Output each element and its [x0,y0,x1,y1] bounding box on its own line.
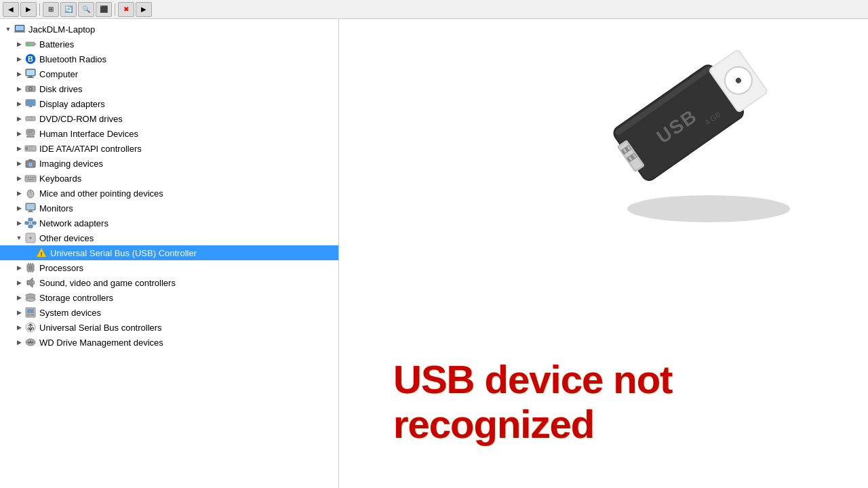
svg-rect-50 [25,222,28,224]
svg-rect-17 [29,106,32,107]
expand-wd-icon: ▶ [14,337,24,348]
separator-2 [115,3,115,16]
tree-item-usb-controller[interactable]: ! Universal Serial Bus (USB) Controller [0,245,338,260]
imaging-label: Imaging devices [39,159,103,169]
right-panel: USB 4 GB [339,19,868,488]
usb-image: USB 4 GB [583,26,814,236]
svg-text:!: ! [41,251,43,258]
svg-rect-49 [28,225,33,228]
wd-label: WD Drive Management devices [39,338,163,348]
svg-rect-43 [28,192,31,195]
tree-item-imaging[interactable]: ▶ Imaging devices [0,156,338,171]
tree-item-other[interactable]: ▼ Other devices [0,230,338,245]
expand-processors-icon: ▶ [14,262,24,273]
device-tree-panel: ▼ JackDLM-Laptop ▶ Batteries ▶ B Bluetoo… [0,19,339,488]
update-driver-button[interactable]: 🔄 [60,2,77,17]
imaging-icon [24,157,37,169]
back-button[interactable]: ◀ [3,2,19,17]
processors-label: Processors [39,263,83,273]
tree-item-batteries[interactable]: ▶ Batteries [0,37,338,52]
expand-mice-icon: ▶ [14,188,24,199]
svg-rect-72 [27,309,34,313]
tree-item-keyboards[interactable]: ▶ Keyboards [0,171,338,186]
tree-item-system[interactable]: ▶ System devices [0,305,338,320]
svg-rect-38 [32,177,33,178]
svg-rect-22 [28,131,33,131]
toolbar: ◀ ▶ ⊞ 🔄 🔍 ⬛ ✖ ▶ [0,0,868,19]
expand-usb-controller-icon [24,247,35,258]
keyboards-label: Keyboards [39,174,81,184]
tree-item-network[interactable]: ▶ Network adapters [0,216,338,230]
tree-item-sound[interactable]: ▶ Sound, video and game controllers [0,275,338,290]
expand-sound-icon: ▶ [14,277,24,288]
expand-storage-icon: ▶ [14,292,24,303]
svg-point-79 [627,195,790,222]
svg-point-70 [26,298,35,302]
expand-monitors-icon: ▶ [14,203,24,214]
svg-rect-16 [26,100,35,105]
uninstall-button[interactable]: ✖ [118,2,134,17]
tree-item-mice[interactable]: ▶ Mice and other pointing devices [0,186,338,201]
tree-item-dvd[interactable]: ▶ DVD/CD-ROM drives [0,111,338,126]
disable-button[interactable]: ⬛ [96,2,112,17]
expand-computer-icon: ▶ [14,68,24,79]
tree-item-hid[interactable]: ▶ Human Interface Devices [0,126,338,141]
tree-item-processors[interactable]: ▶ Processors [0,260,338,275]
svg-rect-11 [27,77,34,78]
svg-point-19 [29,117,32,120]
display-icon [24,98,37,110]
expand-hid-icon: ▶ [14,128,24,139]
svg-point-33 [30,164,32,166]
ide-label: IDE ATA/ATAPI controllers [39,144,142,154]
svg-point-14 [30,88,31,89]
svg-rect-20 [32,118,34,119]
scan-button[interactable]: 🔍 [78,2,94,17]
expand-dvd-icon: ▶ [14,113,24,124]
dvd-icon [24,113,37,125]
error-line2: recognized [393,402,854,447]
svg-rect-24 [26,136,35,138]
sound-icon [24,277,37,289]
svg-rect-39 [34,177,35,178]
expand-bluetooth-icon: ▶ [14,54,24,64]
svg-marker-67 [27,278,33,287]
svg-rect-45 [26,204,35,209]
tree-item-display[interactable]: ▶ Display adapters [0,96,338,111]
tree-item-disk[interactable]: ▶ Disk drives [0,81,338,96]
svg-text:B: B [28,55,33,63]
svg-rect-37 [30,177,31,178]
properties-button[interactable]: ⊞ [43,2,59,17]
tree-item-bluetooth[interactable]: ▶ B Bluetooth Radios [0,52,338,66]
disk-label: Disk drives [39,84,83,94]
expand-imaging-icon: ▶ [14,158,24,169]
svg-rect-40 [27,179,34,180]
tree-item-wd[interactable]: ▶ WD Drive Management devices [0,335,338,350]
ide-icon [24,142,37,155]
expand-display-icon: ▶ [14,98,24,109]
laptop-icon [14,23,26,35]
svg-rect-36 [28,177,29,178]
tree-item-monitors[interactable]: ▶ Monitors [0,201,338,216]
battery-icon [24,38,37,50]
tree-root[interactable]: ▼ JackDLM-Laptop [0,22,338,37]
tree-item-usb-controllers[interactable]: ▶ Universal Serial Bus controllers [0,320,338,335]
forward-button[interactable]: ▶ [20,2,37,17]
svg-rect-48 [28,218,33,221]
tree-item-storage[interactable]: ▶ Storage controllers [0,290,338,305]
usb-icon [24,321,37,333]
bluetooth-icon: B [24,53,37,65]
svg-rect-73 [27,314,30,316]
dvd-label: DVD/CD-ROM drives [39,114,123,124]
main-content: ▼ JackDLM-Laptop ▶ Batteries ▶ B Bluetoo… [0,19,868,488]
expand-system-icon: ▶ [14,307,24,318]
svg-rect-46 [29,210,32,211]
tree-item-ide[interactable]: ▶ IDE ATA/ATAPI controllers [0,141,338,156]
svg-rect-26 [26,147,28,150]
storage-icon [24,291,37,304]
network-icon [24,217,37,229]
svg-rect-5 [26,43,31,45]
expand-disk-icon: ▶ [14,83,24,94]
tree-item-computer[interactable]: ▶ Computer [0,66,338,81]
action-button[interactable]: ▶ [136,2,152,17]
usb-drive-svg: USB 4 GB [583,26,814,236]
